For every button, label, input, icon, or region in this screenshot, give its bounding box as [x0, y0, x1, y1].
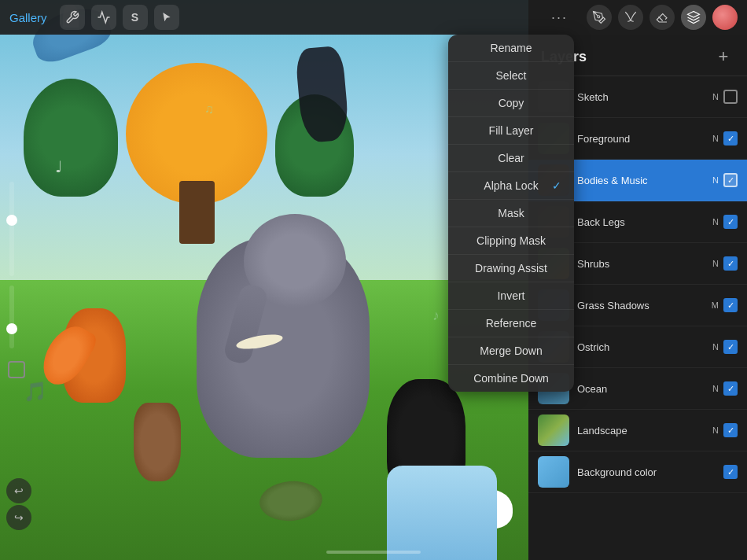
layers-panel-button[interactable] — [681, 5, 706, 30]
adjustments-tool-button[interactable] — [91, 5, 116, 30]
smudge-tool-button[interactable] — [618, 5, 643, 30]
s-tool-button[interactable]: S — [123, 5, 148, 30]
mask-menu-item[interactable]: Mask — [448, 200, 574, 227]
layer-visibility-ostrich[interactable] — [723, 340, 738, 354]
layer-mode-shrubs: N — [712, 259, 719, 268]
avatar[interactable] — [712, 5, 738, 30]
layer-visibility-shrubs[interactable] — [723, 256, 738, 271]
cursor-tool-button[interactable] — [154, 5, 179, 30]
gallery-button[interactable]: Gallery — [9, 11, 47, 24]
layer-visibility-backlegs[interactable] — [723, 215, 738, 229]
more-options[interactable]: ··· — [551, 9, 568, 26]
top-toolbar: Gallery S ··· — [0, 0, 747, 35]
layer-visibility-bg[interactable] — [723, 465, 738, 479]
layer-mode-grass: M — [712, 300, 719, 310]
layer-visibility-ocean[interactable] — [723, 381, 738, 396]
undo-button[interactable]: ↩ — [6, 478, 31, 503]
invert-menu-item[interactable]: Invert — [448, 282, 574, 310]
layer-name-ostrich: Ostrich — [577, 341, 712, 353]
add-layer-button[interactable]: + — [712, 46, 734, 68]
layer-mode-bodies: N — [712, 175, 719, 185]
layer-mode-backlegs: N — [712, 217, 719, 227]
clipping-mask-menu-item[interactable]: Clipping Mask — [448, 227, 574, 255]
combine-down-menu-item[interactable]: Combine Down — [448, 365, 574, 392]
layer-mode-foreground: N — [712, 134, 719, 143]
layer-thumb-landscape — [538, 414, 569, 446]
layer-name-bodies: Bodies & Music — [577, 175, 712, 186]
copy-menu-item[interactable]: Copy — [448, 90, 574, 117]
redo-button[interactable]: ↪ — [6, 505, 31, 530]
opacity-slider[interactable] — [9, 286, 14, 348]
reference-menu-item[interactable]: Reference — [448, 310, 574, 337]
opacity-handle[interactable] — [6, 323, 17, 334]
layer-visibility-landscape[interactable] — [723, 423, 738, 437]
layer-name-landscape: Landscape — [577, 425, 712, 437]
merge-down-menu-item[interactable]: Merge Down — [448, 337, 574, 365]
select-menu-item[interactable]: Select — [448, 62, 574, 90]
layer-name-foreground: Foreground — [577, 133, 712, 145]
fill-layer-menu-item[interactable]: Fill Layer — [448, 117, 574, 145]
layer-thumb-bg — [538, 456, 569, 488]
square-tool-btn[interactable] — [6, 361, 25, 378]
left-tools — [0, 175, 31, 385]
layer-item-landscape[interactable]: Landscape N — [528, 410, 747, 451]
canvas-area[interactable]: ♩ ♫ ♪ 🎵 ↩ ↪ Rename Select Cop — [0, 0, 747, 560]
ice-area — [387, 466, 497, 560]
layer-visibility-sketch[interactable] — [723, 90, 738, 104]
alpha-lock-menu-item[interactable]: Alpha Lock — [448, 172, 574, 200]
eraser-tool-button[interactable] — [649, 5, 675, 30]
pen-tool-button[interactable] — [587, 5, 612, 30]
music-note-1: ♩ — [55, 157, 62, 176]
layer-mode-sketch: N — [712, 92, 719, 101]
svg-marker-1 — [688, 12, 700, 18]
tree-trunk — [179, 181, 215, 244]
context-menu: Rename Select Copy Fill Layer Clear Alph… — [448, 35, 574, 392]
brush-size-handle[interactable] — [6, 215, 17, 226]
layer-name-sketch: Sketch — [577, 91, 712, 103]
home-indicator — [326, 551, 421, 554]
layer-mode-ocean: N — [712, 384, 719, 393]
layer-name-ocean: Ocean — [577, 383, 712, 395]
music-note-2: ♫ — [204, 102, 214, 116]
rename-menu-item[interactable]: Rename — [448, 35, 574, 62]
clear-menu-item[interactable]: Clear — [448, 145, 574, 172]
dark-tree-left — [24, 79, 118, 197]
toolbar-right: ··· — [551, 5, 738, 30]
layer-name-backlegs: Back Legs — [577, 216, 712, 228]
svg-point-0 — [598, 16, 600, 18]
layer-mode-ostrich: N — [712, 342, 719, 352]
drawing-assist-menu-item[interactable]: Drawing Assist — [448, 255, 574, 282]
layer-name-bg: Background color — [577, 466, 719, 478]
layer-mode-landscape: N — [712, 426, 719, 435]
wrench-tool-button[interactable] — [60, 5, 85, 30]
layer-item-bg[interactable]: Background color — [528, 451, 747, 493]
layer-visibility-foreground[interactable] — [723, 131, 738, 146]
layer-name-shrubs: Shrubs — [577, 258, 712, 270]
brush-size-slider[interactable] — [9, 182, 14, 276]
deer-body — [134, 403, 181, 481]
undo-redo-group: ↩ ↪ — [0, 472, 38, 536]
layer-visibility-bodies[interactable] — [723, 173, 738, 187]
layer-visibility-grass[interactable] — [723, 298, 738, 312]
layer-name-grass: Grass Shadows — [577, 300, 712, 311]
music-note-3: ♪ — [432, 308, 440, 324]
